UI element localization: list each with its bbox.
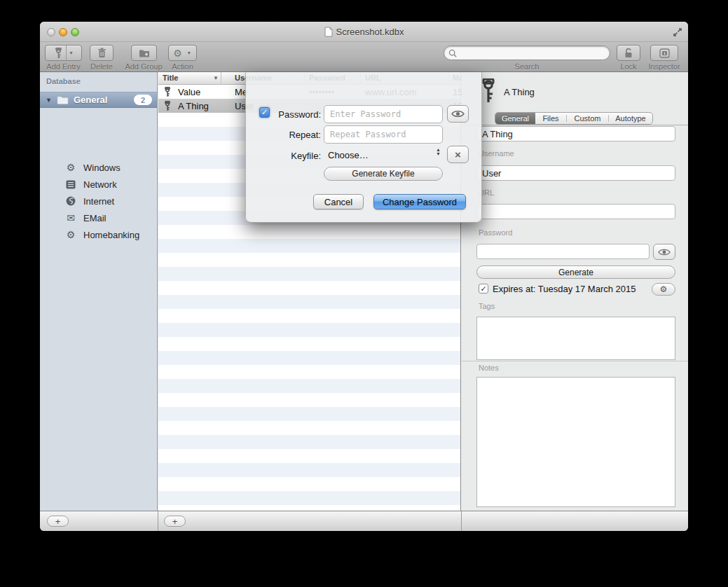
sidebar-item-label: Internet (83, 196, 114, 207)
generate-keyfile-button[interactable]: Generate Keyfile (324, 167, 443, 181)
tags-field[interactable] (476, 317, 675, 360)
sort-descending-icon: ▼ (213, 75, 219, 81)
key-icon (481, 78, 496, 104)
fullscreen-icon[interactable] (672, 27, 683, 38)
toolbar: ▾ Add Entry Delete Add Group ⚙ ▾ Action (40, 42, 688, 72)
dialog-keyfile-label: Keyfile: (259, 151, 321, 161)
sidebar-item-internet[interactable]: Internet (40, 193, 157, 209)
add-entry-button[interactable]: ▾ (45, 45, 82, 61)
tab-autotype[interactable]: Autotype (609, 113, 652, 124)
delete-button[interactable] (90, 45, 114, 61)
key-icon (164, 101, 171, 111)
title-field[interactable] (476, 126, 675, 141)
disclosure-triangle-icon[interactable]: ▼ (46, 97, 52, 104)
sidebar-item-label: EMail (83, 213, 107, 223)
server-icon (65, 180, 76, 189)
sidebar-item-label: Network (83, 179, 117, 190)
add-group-button[interactable] (131, 45, 157, 61)
expires-label: Expires at: Tuesday 17 March 2015 (493, 284, 636, 294)
lock-label: Lock (611, 62, 646, 71)
info-icon (659, 48, 670, 58)
add-group-label: Add Group (121, 62, 166, 71)
close-icon: × (455, 149, 461, 160)
dialog-password-input[interactable] (324, 105, 443, 123)
gear-icon: ⚙ (65, 163, 76, 172)
sidebar: Database ▼ General 2 ⚙ Windows Network (40, 72, 158, 511)
sidebar-item-label: Homebanking (83, 230, 139, 240)
expires-checkbox[interactable]: ✓ (479, 284, 488, 294)
title-bar: Screenshot.kdbx (40, 22, 688, 42)
change-password-dialog: ✓ Password: Repeat: Keyfile: Choose… ▲▼ … (245, 72, 482, 223)
add-entry-label: Add Entry (45, 62, 82, 71)
url-field[interactable] (476, 204, 675, 219)
tab-general[interactable]: General (495, 113, 535, 124)
search-input[interactable] (457, 48, 597, 58)
generate-password-button[interactable]: Generate (476, 265, 675, 279)
expires-options-button[interactable]: ⚙ (652, 283, 675, 296)
sidebar-item-homebanking[interactable]: ⚙ Homebanking (40, 226, 157, 243)
window-title-wrap: Screenshot.kdbx (40, 22, 688, 42)
inspector-entry-title: A Thing (504, 87, 535, 97)
inspector-divider (462, 361, 688, 361)
inspector-panel: A Thing General Files Custom Autotype Us… (462, 72, 688, 511)
unlocked-padlock-icon (624, 48, 633, 58)
cell-title: Value (178, 87, 200, 97)
column-divider[interactable] (221, 72, 221, 85)
cancel-button[interactable]: Cancel (313, 194, 364, 209)
action-dropdown[interactable]: ▾ (184, 46, 194, 60)
clear-keyfile-button[interactable]: × (447, 146, 469, 163)
notes-field[interactable] (476, 377, 675, 507)
sidebar-item-network[interactable]: Network (40, 176, 157, 193)
search-label: Search (509, 62, 544, 71)
pane-divider (461, 511, 462, 531)
folder-icon (57, 95, 69, 104)
dialog-show-password-button[interactable] (447, 105, 469, 123)
delete-label: Delete (84, 62, 119, 71)
notes-label: Notes (479, 364, 499, 372)
add-entry-plus-button[interactable]: + (164, 516, 186, 527)
change-password-button[interactable]: Change Password (373, 194, 466, 209)
search-field[interactable] (444, 46, 610, 60)
username-field[interactable] (476, 165, 675, 181)
password-label: Password (479, 228, 512, 237)
window-title: Screenshot.kdbx (336, 27, 404, 37)
cell-title: A Thing (178, 101, 209, 111)
show-password-button[interactable] (653, 244, 675, 260)
key-icon (55, 48, 62, 59)
entry-count-badge: 2 (134, 95, 152, 105)
bottom-bar: + + (40, 511, 688, 531)
document-icon (324, 27, 333, 37)
sidebar-group-label: General (74, 95, 107, 105)
tab-custom[interactable]: Custom (567, 113, 608, 124)
sidebar-item-windows[interactable]: ⚙ Windows (40, 159, 157, 176)
column-header-title[interactable]: Title (163, 74, 178, 82)
envelope-icon: ✉ (65, 213, 76, 223)
sidebar-group-general[interactable]: ▼ General 2 (40, 92, 157, 108)
inspector-tabs: General Files Custom Autotype (495, 112, 653, 125)
dialog-repeat-input[interactable] (324, 125, 443, 144)
add-entry-dropdown[interactable]: ▾ (66, 46, 76, 60)
sidebar-section-header: Database (46, 77, 81, 85)
globe-icon (65, 196, 76, 206)
action-button[interactable]: ⚙ ▾ (168, 45, 197, 61)
key-icon (164, 87, 171, 97)
username-label: Username (479, 149, 514, 158)
app-window: Screenshot.kdbx ▾ Add Entry Delete (40, 22, 688, 531)
gear-icon: ⚙ (65, 230, 76, 240)
add-group-plus-button[interactable]: + (47, 516, 69, 527)
gear-icon: ⚙ (660, 284, 668, 294)
search-icon (448, 49, 457, 57)
tab-files[interactable]: Files (535, 113, 566, 124)
pane-divider (158, 511, 158, 531)
dialog-repeat-label: Repeat: (259, 130, 321, 140)
lock-button[interactable] (617, 45, 640, 61)
dialog-password-label: Password: (259, 109, 321, 120)
inspector-button[interactable] (650, 45, 678, 61)
tags-label: Tags (479, 302, 495, 310)
trash-icon (97, 48, 107, 58)
popup-stepper-icon[interactable]: ▲▼ (436, 148, 441, 156)
sidebar-item-email[interactable]: ✉ EMail (40, 209, 157, 226)
sidebar-item-label: Windows (83, 163, 121, 173)
password-field[interactable] (476, 244, 650, 259)
keyfile-popup-button[interactable]: Choose… (328, 150, 369, 160)
